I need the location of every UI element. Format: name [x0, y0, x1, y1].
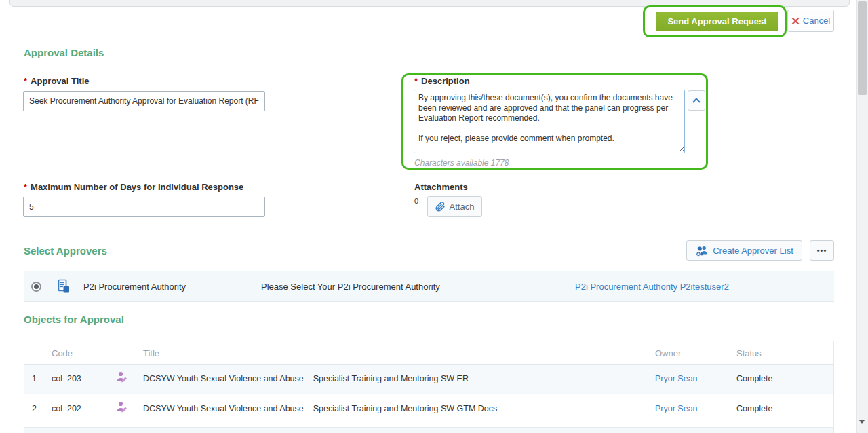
column-header-code: Code	[52, 348, 73, 358]
max-days-label: *Maximum Number of Days for Individual R…	[24, 182, 243, 192]
row-owner-link[interactable]: Pryor Sean	[655, 374, 698, 383]
select-approvers-heading: Select Approvers	[24, 245, 107, 257]
person-edit-icon	[116, 400, 127, 413]
paperclip-icon	[435, 202, 446, 212]
objects-table-header: Code Title Owner Status	[24, 341, 834, 365]
person-edit-icon	[116, 371, 127, 383]
description-label: *Description	[414, 76, 470, 86]
collapse-description-button[interactable]	[688, 90, 705, 111]
section-divider	[24, 265, 834, 265]
required-asterisk: *	[24, 76, 27, 86]
cancel-label: Cancel	[803, 16, 830, 26]
approval-request-page: Send Approval Request Cancel Approval De…	[0, 0, 868, 433]
cancel-x-icon	[791, 17, 800, 25]
row-status: Complete	[736, 404, 773, 413]
table-row-partial	[24, 428, 834, 433]
approver-prompt-text: Please Select Your P2i Procurement Autho…	[261, 282, 440, 292]
section-divider	[24, 64, 834, 64]
create-approver-list-button[interactable]: Create Approver List	[686, 240, 802, 261]
scrollbar-down-arrow-icon[interactable]	[859, 420, 865, 424]
column-header-status: Status	[736, 348, 762, 358]
required-asterisk: *	[24, 182, 27, 192]
row-code: col_202	[52, 404, 81, 413]
cancel-button[interactable]: Cancel	[787, 10, 834, 32]
vertical-scrollbar[interactable]	[856, 0, 868, 433]
max-days-input[interactable]	[23, 197, 265, 217]
column-header-title: Title	[143, 348, 159, 358]
add-group-icon	[695, 245, 709, 257]
approval-title-label: *Approval Title	[24, 76, 90, 86]
chevron-up-icon	[692, 98, 701, 103]
approver-selected-link[interactable]: P2i Procurement Authority P2itestuser2	[575, 282, 729, 292]
column-header-owner: Owner	[655, 348, 681, 358]
create-approver-list-label: Create Approver List	[713, 246, 793, 256]
row-title: DCSYW Youth Sexual Violence and Abuse – …	[143, 374, 469, 383]
row-number: 1	[32, 374, 37, 383]
characters-available-text: Characters available 1778	[414, 158, 509, 168]
row-title: DCSYW Youth Sexual Violence and Abuse – …	[143, 404, 497, 413]
attach-label: Attach	[450, 202, 475, 212]
scrollbar-thumb[interactable]	[858, 1, 867, 95]
attachments-label: Attachments	[414, 182, 468, 192]
attach-button[interactable]: Attach	[427, 196, 482, 217]
objects-for-approval-heading: Objects for Approval	[24, 314, 124, 325]
row-status: Complete	[736, 374, 773, 383]
send-approval-request-button[interactable]: Send Approval Request	[656, 12, 778, 31]
required-asterisk: *	[414, 76, 418, 86]
table-row: 2 col_202 DCSYW Youth Sexual Violence an…	[24, 394, 834, 428]
more-options-button[interactable]: •••	[810, 240, 834, 261]
approver-type-name: P2i Procurement Authority	[83, 282, 186, 292]
row-code: col_203	[52, 374, 81, 383]
row-number: 2	[32, 404, 37, 413]
section-divider	[24, 331, 834, 331]
approver-radio-selected[interactable]	[31, 282, 41, 292]
approval-title-input[interactable]	[23, 91, 265, 111]
row-owner-link[interactable]: Pryor Sean	[655, 404, 698, 413]
attachments-count: 0	[414, 197, 418, 205]
objects-table: Code Title Owner Status 1 col_203 DCSYW …	[24, 341, 834, 428]
table-row: 1 col_203 DCSYW Youth Sexual Violence an…	[24, 365, 834, 394]
approver-document-icon	[57, 279, 71, 294]
description-textarea[interactable]: By approving this/these document(s), you…	[414, 90, 685, 153]
approval-details-heading: Approval Details	[24, 47, 104, 58]
